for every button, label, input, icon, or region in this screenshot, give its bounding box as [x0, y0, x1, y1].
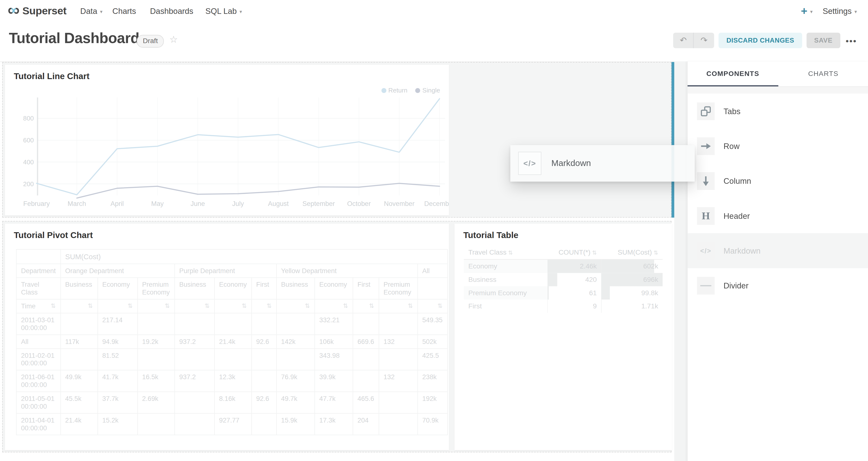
pivot-sort-cell[interactable]: ⇅: [276, 299, 315, 313]
legend-item-return[interactable]: Return: [381, 87, 407, 93]
pivot-value-cell: 21.4k: [60, 413, 97, 435]
pivot-time-cell: 2011-02-01 00:00:00: [16, 348, 60, 370]
sidebar-item-markdown[interactable]: </>Markdown: [687, 233, 868, 268]
x-axis-label: May: [151, 200, 164, 207]
tab-components[interactable]: COMPONENTS: [687, 62, 778, 86]
redo-button[interactable]: ↷: [694, 33, 714, 48]
discard-changes-button[interactable]: DISCARD CHANGES: [719, 33, 802, 48]
tab-charts[interactable]: CHARTS: [778, 62, 868, 86]
pivot-time-cell: All: [16, 335, 60, 348]
x-axis-label: March: [68, 200, 86, 207]
undo-button[interactable]: ↶: [673, 33, 694, 48]
header-actions: ↶ ↷ DISCARD CHANGES SAVE •••: [673, 33, 857, 48]
pivot-value-cell: 39.9k: [315, 370, 353, 392]
pivot-value-cell: [175, 313, 214, 335]
nav-item-data[interactable]: Data▾: [80, 0, 102, 22]
pivot-sort-cell[interactable]: ⇅: [353, 299, 379, 313]
sidebar-item-label: Markdown: [723, 246, 761, 255]
pivot-sort-cell[interactable]: ⇅: [98, 299, 137, 313]
pivot-value-cell: [353, 313, 379, 335]
x-axis-label: June: [190, 200, 205, 207]
chevron-down-icon: ▾: [855, 9, 857, 14]
pivot-chart-card[interactable]: Tutorial Pivot Chart SUM(Cost)Department…: [5, 224, 449, 450]
pivot-sort-cell[interactable]: ⇅: [379, 299, 417, 313]
legend-item-single[interactable]: Single: [415, 87, 440, 93]
pivot-value-cell: 8.16k: [214, 392, 251, 413]
y-axis-label: 800: [23, 115, 34, 122]
chart-title[interactable]: Tutorial Pivot Chart: [14, 230, 93, 240]
column-header-sum[interactable]: SUM(Cost)⇅: [601, 246, 663, 259]
dashboard-row-1[interactable]: Tutorial Line Chart ReturnSingle Februar…: [2, 62, 671, 218]
table-chart-card[interactable]: Tutorial Table Travel Class⇅COUNT(*)⇅SUM…: [455, 224, 672, 450]
pivot-class-header: [417, 278, 447, 299]
dashboard-row-2[interactable]: Tutorial Pivot Chart SUM(Cost)Department…: [2, 221, 671, 453]
new-item-button[interactable]: + ▾: [801, 0, 812, 22]
table-row: First91.71k: [464, 300, 662, 313]
column-icon: [697, 172, 715, 190]
page-title[interactable]: Tutorial Dashboard: [9, 30, 139, 47]
pivot-time-header[interactable]: Time⇅: [16, 299, 60, 313]
pivot-data-row: All117k94.9k19.2k937.221.4k92.6142k106k6…: [16, 335, 447, 348]
pivot-value-cell: 12.3k: [214, 370, 251, 392]
favorite-star-icon[interactable]: ☆: [169, 34, 178, 45]
pivot-value-cell: 669.6: [353, 335, 379, 348]
sort-icon: ⇅: [305, 302, 310, 310]
pivot-value-cell: 117k: [60, 335, 97, 348]
settings-menu[interactable]: Settings ▾: [823, 0, 857, 22]
save-button[interactable]: SAVE: [806, 33, 840, 48]
sidebar-item-divider[interactable]: Divider: [687, 268, 868, 303]
pivot-value-cell: [175, 348, 214, 370]
pivot-sort-cell[interactable]: ⇅: [251, 299, 276, 313]
sidebar-gap: [674, 62, 687, 461]
pivot-class-header: First: [353, 278, 379, 299]
line-chart-card[interactable]: Tutorial Line Chart ReturnSingle Februar…: [5, 65, 449, 215]
pivot-value-cell: [379, 348, 417, 370]
cell-count: 9: [548, 300, 601, 313]
pivot-value-cell: 76.9k: [276, 370, 315, 392]
pivot-value-cell: [175, 392, 214, 413]
pivot-value-cell: [353, 370, 379, 392]
undo-redo-group: ↶ ↷: [673, 33, 714, 48]
pivot-value-cell: 465.6: [353, 392, 379, 413]
series-line-single: [77, 183, 440, 198]
pivot-value-cell: 15.9k: [276, 413, 315, 435]
chevron-down-icon: ▾: [810, 9, 812, 14]
pivot-class-row: Travel ClassBusinessEconomyPremium Econo…: [16, 278, 447, 299]
pivot-value-cell: 937.2: [175, 335, 214, 348]
sidebar-item-header[interactable]: HHeader: [687, 198, 868, 233]
pivot-value-cell: 425.5: [417, 348, 447, 370]
nav-item-dashboards[interactable]: Dashboards: [150, 0, 193, 22]
sidebar-item-row[interactable]: Row: [687, 128, 868, 163]
pivot-value-cell: [251, 348, 276, 370]
pivot-class-header: Economy: [98, 278, 137, 299]
sidebar-item-tabs[interactable]: Tabs: [687, 93, 868, 128]
pivot-class-header: Business: [60, 278, 97, 299]
pivot-value-cell: 549.35: [417, 313, 447, 335]
nav-item-sql-lab[interactable]: SQL Lab▾: [206, 0, 242, 22]
nav-item-charts[interactable]: Charts: [113, 0, 136, 22]
pivot-sort-cell[interactable]: ⇅: [315, 299, 353, 313]
pivot-value-cell: 47.7k: [315, 392, 353, 413]
pivot-sort-cell[interactable]: ⇅: [214, 299, 251, 313]
pivot-value-cell: [276, 348, 315, 370]
chart-title[interactable]: Tutorial Table: [463, 230, 518, 240]
pivot-value-cell: 132: [379, 335, 417, 348]
pivot-value-cell: 142k: [276, 335, 315, 348]
data-table: Travel Class⇅COUNT(*)⇅SUM(Cost)⇅Economy2…: [464, 246, 662, 313]
superset-brand[interactable]: ∞∞ Superset: [8, 0, 66, 22]
cell-sum: 602k: [601, 259, 663, 273]
markdown-drag-preview[interactable]: </> Markdown: [510, 145, 695, 182]
more-options-button[interactable]: •••: [846, 36, 857, 45]
pivot-sort-cell[interactable]: ⇅: [417, 299, 447, 313]
pivot-value-cell: 49.7k: [276, 392, 315, 413]
column-header-travel-class[interactable]: Travel Class⇅: [464, 246, 548, 259]
chart-title[interactable]: Tutorial Line Chart: [14, 71, 90, 81]
pivot-sort-cell[interactable]: ⇅: [175, 299, 214, 313]
column-header-count[interactable]: COUNT(*)⇅: [548, 246, 601, 259]
sidebar-item-label: Header: [723, 211, 750, 220]
pivot-sort-cell[interactable]: ⇅: [60, 299, 97, 313]
sort-icon: ⇅: [205, 302, 210, 310]
pivot-data-row: 2011-02-01 00:00:0081.52343.98425.5: [16, 348, 447, 370]
pivot-sort-cell[interactable]: ⇅: [137, 299, 175, 313]
sidebar-item-column[interactable]: Column: [687, 163, 868, 198]
